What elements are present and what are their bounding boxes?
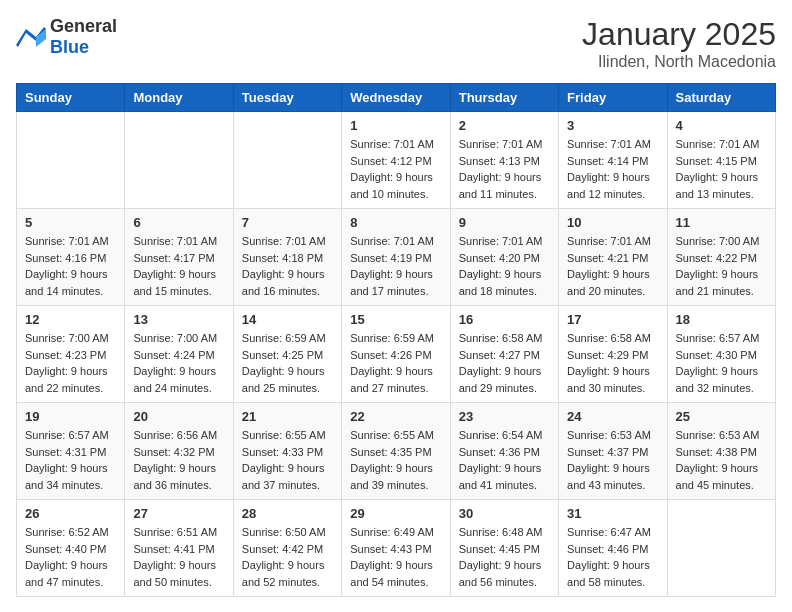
day-number: 27	[133, 506, 224, 521]
calendar-week-row: 5Sunrise: 7:01 AMSunset: 4:16 PMDaylight…	[17, 209, 776, 306]
day-info: Sunrise: 7:00 AM	[133, 330, 224, 347]
day-info: Sunrise: 7:01 AM	[350, 136, 441, 153]
calendar-cell: 11Sunrise: 7:00 AMSunset: 4:22 PMDayligh…	[667, 209, 775, 306]
logo-general: General	[50, 16, 117, 36]
calendar-cell: 15Sunrise: 6:59 AMSunset: 4:26 PMDayligh…	[342, 306, 450, 403]
day-info: Daylight: 9 hours and 41 minutes.	[459, 460, 550, 493]
day-number: 2	[459, 118, 550, 133]
day-info: Daylight: 9 hours and 52 minutes.	[242, 557, 333, 590]
day-number: 1	[350, 118, 441, 133]
calendar-cell	[667, 500, 775, 597]
weekday-header: Thursday	[450, 84, 558, 112]
day-info: Daylight: 9 hours and 30 minutes.	[567, 363, 658, 396]
day-info: Sunset: 4:29 PM	[567, 347, 658, 364]
day-info: Sunset: 4:26 PM	[350, 347, 441, 364]
day-info: Sunset: 4:22 PM	[676, 250, 767, 267]
day-info: Sunset: 4:18 PM	[242, 250, 333, 267]
day-info: Sunset: 4:21 PM	[567, 250, 658, 267]
day-info: Sunset: 4:13 PM	[459, 153, 550, 170]
calendar-week-row: 19Sunrise: 6:57 AMSunset: 4:31 PMDayligh…	[17, 403, 776, 500]
logo-text: General Blue	[50, 16, 117, 58]
day-info: Daylight: 9 hours and 10 minutes.	[350, 169, 441, 202]
day-info: Sunset: 4:15 PM	[676, 153, 767, 170]
weekday-header: Friday	[559, 84, 667, 112]
day-info: Sunrise: 6:52 AM	[25, 524, 116, 541]
day-number: 28	[242, 506, 333, 521]
header: General Blue January 2025 Ilinden, North…	[16, 16, 776, 71]
day-info: Sunset: 4:16 PM	[25, 250, 116, 267]
day-info: Sunrise: 6:53 AM	[567, 427, 658, 444]
calendar-cell: 19Sunrise: 6:57 AMSunset: 4:31 PMDayligh…	[17, 403, 125, 500]
day-info: Sunset: 4:36 PM	[459, 444, 550, 461]
day-info: Sunset: 4:12 PM	[350, 153, 441, 170]
day-info: Sunset: 4:46 PM	[567, 541, 658, 558]
day-info: Daylight: 9 hours and 37 minutes.	[242, 460, 333, 493]
day-info: Daylight: 9 hours and 17 minutes.	[350, 266, 441, 299]
calendar-cell	[125, 112, 233, 209]
day-info: Daylight: 9 hours and 18 minutes.	[459, 266, 550, 299]
day-info: Sunset: 4:33 PM	[242, 444, 333, 461]
day-info: Sunrise: 6:56 AM	[133, 427, 224, 444]
day-info: Sunset: 4:32 PM	[133, 444, 224, 461]
day-info: Daylight: 9 hours and 43 minutes.	[567, 460, 658, 493]
day-info: Daylight: 9 hours and 11 minutes.	[459, 169, 550, 202]
logo: General Blue	[16, 16, 117, 58]
calendar-cell: 28Sunrise: 6:50 AMSunset: 4:42 PMDayligh…	[233, 500, 341, 597]
day-info: Daylight: 9 hours and 45 minutes.	[676, 460, 767, 493]
calendar-cell: 8Sunrise: 7:01 AMSunset: 4:19 PMDaylight…	[342, 209, 450, 306]
day-info: Daylight: 9 hours and 21 minutes.	[676, 266, 767, 299]
day-number: 13	[133, 312, 224, 327]
calendar-cell: 14Sunrise: 6:59 AMSunset: 4:25 PMDayligh…	[233, 306, 341, 403]
calendar-cell: 25Sunrise: 6:53 AMSunset: 4:38 PMDayligh…	[667, 403, 775, 500]
day-info: Sunrise: 7:01 AM	[25, 233, 116, 250]
day-number: 24	[567, 409, 658, 424]
day-number: 21	[242, 409, 333, 424]
day-info: Daylight: 9 hours and 32 minutes.	[676, 363, 767, 396]
day-info: Sunset: 4:35 PM	[350, 444, 441, 461]
day-info: Daylight: 9 hours and 20 minutes.	[567, 266, 658, 299]
day-number: 25	[676, 409, 767, 424]
day-info: Sunset: 4:45 PM	[459, 541, 550, 558]
day-number: 16	[459, 312, 550, 327]
day-info: Sunrise: 6:57 AM	[676, 330, 767, 347]
logo-icon	[16, 25, 46, 49]
day-number: 20	[133, 409, 224, 424]
day-info: Sunrise: 6:50 AM	[242, 524, 333, 541]
day-info: Daylight: 9 hours and 16 minutes.	[242, 266, 333, 299]
day-number: 26	[25, 506, 116, 521]
day-info: Sunrise: 6:55 AM	[242, 427, 333, 444]
calendar-cell: 7Sunrise: 7:01 AMSunset: 4:18 PMDaylight…	[233, 209, 341, 306]
day-number: 22	[350, 409, 441, 424]
day-info: Sunset: 4:27 PM	[459, 347, 550, 364]
day-info: Sunset: 4:19 PM	[350, 250, 441, 267]
logo-blue: Blue	[50, 37, 89, 57]
calendar-cell: 5Sunrise: 7:01 AMSunset: 4:16 PMDaylight…	[17, 209, 125, 306]
day-info: Sunrise: 6:57 AM	[25, 427, 116, 444]
calendar-cell: 9Sunrise: 7:01 AMSunset: 4:20 PMDaylight…	[450, 209, 558, 306]
calendar-cell: 31Sunrise: 6:47 AMSunset: 4:46 PMDayligh…	[559, 500, 667, 597]
calendar-cell	[17, 112, 125, 209]
month-title: January 2025	[582, 16, 776, 53]
day-number: 19	[25, 409, 116, 424]
day-number: 4	[676, 118, 767, 133]
day-info: Daylight: 9 hours and 13 minutes.	[676, 169, 767, 202]
day-number: 29	[350, 506, 441, 521]
day-info: Sunrise: 7:00 AM	[676, 233, 767, 250]
day-number: 14	[242, 312, 333, 327]
day-number: 6	[133, 215, 224, 230]
day-info: Sunrise: 6:59 AM	[242, 330, 333, 347]
day-number: 12	[25, 312, 116, 327]
day-info: Sunrise: 7:01 AM	[242, 233, 333, 250]
day-info: Sunrise: 7:01 AM	[350, 233, 441, 250]
day-info: Daylight: 9 hours and 36 minutes.	[133, 460, 224, 493]
location-title: Ilinden, North Macedonia	[582, 53, 776, 71]
calendar-cell: 1Sunrise: 7:01 AMSunset: 4:12 PMDaylight…	[342, 112, 450, 209]
day-info: Sunrise: 6:55 AM	[350, 427, 441, 444]
day-info: Daylight: 9 hours and 47 minutes.	[25, 557, 116, 590]
day-info: Sunrise: 6:59 AM	[350, 330, 441, 347]
day-info: Daylight: 9 hours and 54 minutes.	[350, 557, 441, 590]
day-info: Daylight: 9 hours and 25 minutes.	[242, 363, 333, 396]
day-info: Sunrise: 7:01 AM	[567, 233, 658, 250]
day-info: Sunset: 4:24 PM	[133, 347, 224, 364]
day-number: 9	[459, 215, 550, 230]
